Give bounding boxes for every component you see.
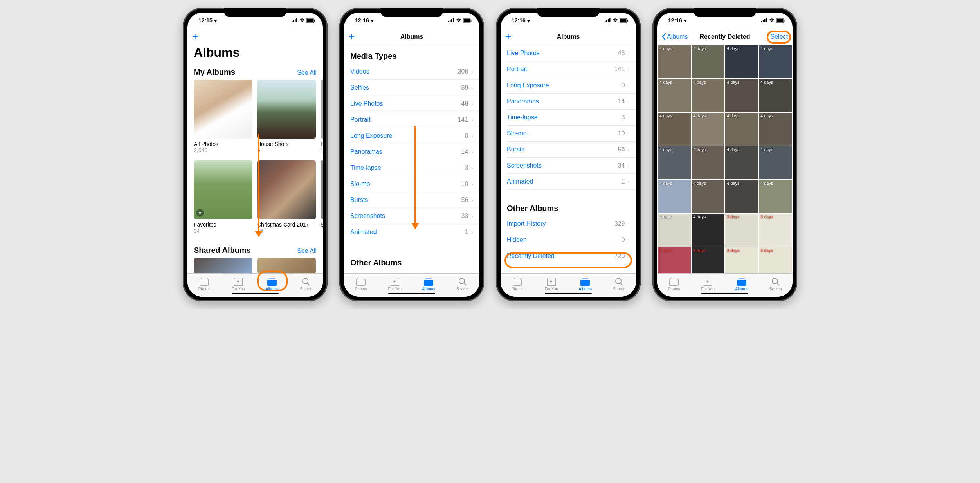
chevron-icon: › <box>471 68 473 75</box>
tab-photos[interactable]: Photos <box>657 278 691 291</box>
home-indicator[interactable] <box>388 293 435 294</box>
list-item[interactable]: Animated1› <box>507 174 636 190</box>
tab-albums[interactable]: Albums <box>412 278 446 291</box>
photo-thumbnail[interactable]: 4 days <box>658 214 691 247</box>
home-indicator[interactable] <box>545 293 592 294</box>
photo-thumbnail[interactable]: 4 days <box>725 45 758 78</box>
photo-thumbnail[interactable]: 4 days <box>692 45 724 78</box>
list-count: 1 <box>621 178 625 185</box>
list-item[interactable]: Live Photos48› <box>350 96 479 112</box>
photo-thumbnail[interactable]: 4 days <box>725 146 758 179</box>
photo-thumbnail[interactable]: 4 days <box>692 113 724 146</box>
see-all-shared-button[interactable]: See All <box>297 247 317 254</box>
photo-thumbnail[interactable]: 4 days <box>658 45 691 78</box>
home-indicator[interactable] <box>232 293 279 294</box>
list-item[interactable]: Selfies89› <box>350 80 479 96</box>
photo-thumbnail[interactable]: 4 days <box>759 45 792 78</box>
photo-thumbnail[interactable]: 4 days <box>759 79 792 112</box>
list-item[interactable]: Panoramas14› <box>507 94 636 110</box>
album-all-photos[interactable]: All Photos 2,646 <box>194 80 252 153</box>
album-favorites[interactable]: ♥ Favorites 34 <box>194 160 252 234</box>
photo-thumbnail[interactable]: 4 days <box>658 113 691 146</box>
list-item[interactable]: Videos308› <box>350 64 479 80</box>
home-indicator[interactable] <box>701 293 748 294</box>
photo-thumbnail[interactable]: 4 days <box>725 113 758 146</box>
photo-thumbnail[interactable]: 4 days <box>725 79 758 112</box>
add-button[interactable]: + <box>192 31 198 43</box>
photo-thumbnail[interactable]: 3 days <box>759 247 792 273</box>
tab-search[interactable]: Search <box>759 278 793 291</box>
photo-thumbnail[interactable]: 4 days <box>692 79 724 112</box>
list-item[interactable]: Screenshots34› <box>507 158 636 174</box>
photo-thumbnail[interactable]: 4 days <box>759 113 792 146</box>
list-count: 89 <box>461 84 468 91</box>
svg-rect-16 <box>450 20 451 22</box>
photo-thumbnail[interactable]: 3 days <box>692 247 724 273</box>
photo-thumbnail[interactable]: 3 days <box>725 247 758 273</box>
tab-for-you[interactable]: For You <box>535 278 569 291</box>
back-button[interactable]: Albums <box>662 33 688 40</box>
svg-rect-26 <box>425 279 432 279</box>
photo-thumbnail[interactable]: 4 days <box>658 79 691 112</box>
see-all-button[interactable]: See All <box>297 69 317 76</box>
tab-search[interactable]: Search <box>602 278 636 291</box>
list-item[interactable]: Long Exposure0› <box>507 77 636 94</box>
list-item[interactable]: Slo-mo10› <box>507 126 636 142</box>
chevron-icon: › <box>471 149 473 155</box>
photo-thumbnail[interactable]: 4 days <box>658 180 691 213</box>
content-area: Live Photos48›Portrait141›Long Exposure0… <box>501 45 636 273</box>
album-house-shots[interactable]: House Shots 6 <box>257 80 316 153</box>
add-button[interactable]: + <box>349 31 355 43</box>
content-area: Albums My Albums See All All Photos 2,64… <box>187 45 323 273</box>
album-partial-2[interactable]: S <box>321 160 323 234</box>
tab-search[interactable]: Search <box>446 278 480 291</box>
list-label: Time-lapse <box>507 114 538 121</box>
tab-for-you[interactable]: For You <box>691 278 725 291</box>
shared-album-1[interactable] <box>194 258 252 273</box>
list-item[interactable]: Portrait141› <box>507 61 636 77</box>
tab-photos[interactable]: Photos <box>344 278 378 291</box>
tab-albums[interactable]: Albums <box>568 278 602 291</box>
photo-thumbnail[interactable]: 4 days <box>692 214 724 247</box>
signal-icon <box>292 18 298 22</box>
list-item[interactable]: Hidden0› <box>507 232 636 248</box>
list-item[interactable]: Import History329› <box>507 216 636 232</box>
photo-thumbnail[interactable]: 4 days <box>692 146 724 179</box>
days-remaining-label: 4 days <box>659 46 672 51</box>
tab-search[interactable]: Search <box>289 278 323 291</box>
list-item[interactable]: Live Photos48› <box>507 45 636 61</box>
list-item[interactable]: Bursts56› <box>507 142 636 158</box>
tab-photos[interactable]: Photos <box>187 278 222 291</box>
svg-rect-37 <box>513 279 522 285</box>
photo-thumbnail[interactable]: 4 days <box>658 146 691 179</box>
photo-thumbnail[interactable]: 3 days <box>658 247 691 273</box>
photo-thumbnail[interactable]: 3 days <box>725 214 758 247</box>
wifi-icon <box>299 18 305 22</box>
album-christmas[interactable]: Christmas Card 2017 16 <box>257 160 316 234</box>
tab-photos[interactable]: Photos <box>501 278 535 291</box>
list-label: Bursts <box>350 196 368 204</box>
svg-point-13 <box>303 278 308 284</box>
svg-rect-36 <box>627 20 628 22</box>
nav-bar: + <box>187 28 323 45</box>
albums-row-2: ♥ Favorites 34 Christmas Card 2017 16 S <box>187 160 323 234</box>
svg-rect-52 <box>670 279 678 285</box>
photo-thumbnail[interactable]: 3 days <box>759 214 792 247</box>
photo-thumbnail[interactable]: 4 days <box>759 146 792 179</box>
tab-albums[interactable]: Albums <box>725 278 759 291</box>
days-remaining-label: 4 days <box>760 181 773 186</box>
svg-rect-56 <box>738 279 746 279</box>
photo-thumbnail[interactable]: 4 days <box>759 180 792 213</box>
days-remaining-label: 4 days <box>727 181 739 186</box>
photo-thumbnail[interactable]: 4 days <box>692 180 724 213</box>
photo-thumbnail[interactable]: 4 days <box>725 180 758 213</box>
tab-for-you[interactable]: For You <box>378 278 412 291</box>
svg-rect-31 <box>606 20 607 22</box>
notch <box>224 8 286 17</box>
chevron-icon: › <box>628 98 630 105</box>
list-item[interactable]: Time-lapse3› <box>507 110 636 126</box>
add-button[interactable]: + <box>505 31 511 43</box>
album-partial-1[interactable]: H 1 <box>321 80 323 153</box>
list-item[interactable]: Portrait141› <box>350 112 479 128</box>
tab-for-you[interactable]: For You <box>222 278 256 291</box>
